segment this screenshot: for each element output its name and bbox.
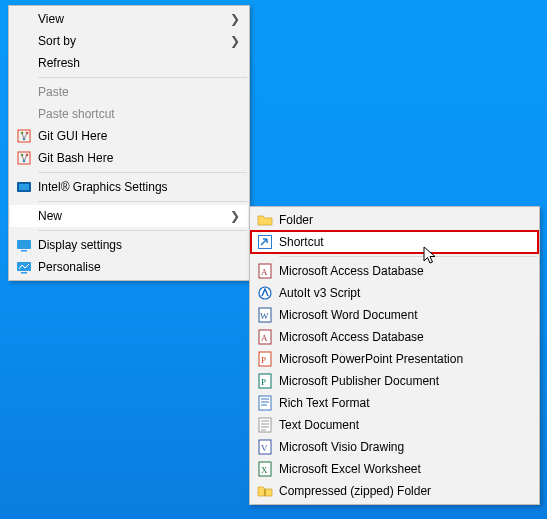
separator — [38, 201, 247, 202]
access-icon: A — [251, 329, 279, 345]
submenu-item-label: Folder — [279, 213, 532, 227]
folder-icon — [251, 212, 279, 228]
menu-item-paste: Paste — [10, 81, 248, 103]
svg-rect-32 — [264, 489, 266, 496]
submenu-item-label: Text Document — [279, 418, 532, 432]
submenu-item-shortcut[interactable]: Shortcut — [251, 231, 538, 253]
separator — [38, 77, 247, 78]
menu-item-new[interactable]: New ❯ — [10, 205, 248, 227]
chevron-right-icon: ❯ — [230, 34, 242, 48]
submenu-item-label: Rich Text Format — [279, 396, 532, 410]
submenu-item-access-db-2[interactable]: A Microsoft Access Database — [251, 326, 538, 348]
desktop[interactable]: View ❯ Sort by ❯ Refresh Paste Paste sho… — [0, 0, 547, 519]
submenu-item-label: Microsoft Access Database — [279, 330, 532, 344]
svg-rect-26 — [259, 396, 271, 410]
word-icon: W — [251, 307, 279, 323]
submenu-item-rtf[interactable]: Rich Text Format — [251, 392, 538, 414]
menu-item-intel-graphics[interactable]: Intel® Graphics Settings — [10, 176, 248, 198]
menu-item-git-gui[interactable]: Git GUI Here — [10, 125, 248, 147]
menu-item-label: Display settings — [38, 238, 242, 252]
menu-item-paste-shortcut: Paste shortcut — [10, 103, 248, 125]
rtf-icon — [251, 395, 279, 411]
svg-text:P: P — [261, 377, 266, 387]
intel-graphics-icon — [10, 179, 38, 195]
menu-item-label: View — [38, 12, 230, 26]
submenu-item-text[interactable]: Text Document — [251, 414, 538, 436]
svg-text:A: A — [261, 267, 268, 277]
submenu-item-label: Microsoft Access Database — [279, 264, 532, 278]
menu-item-sort-by[interactable]: Sort by ❯ — [10, 30, 248, 52]
submenu-item-label: Compressed (zipped) Folder — [279, 484, 532, 498]
text-icon — [251, 417, 279, 433]
submenu-item-word[interactable]: W Microsoft Word Document — [251, 304, 538, 326]
submenu-item-publisher[interactable]: P Microsoft Publisher Document — [251, 370, 538, 392]
shortcut-icon — [251, 234, 279, 250]
separator — [279, 256, 537, 257]
menu-item-refresh[interactable]: Refresh — [10, 52, 248, 74]
menu-item-view[interactable]: View ❯ — [10, 8, 248, 30]
menu-item-label: Intel® Graphics Settings — [38, 180, 242, 194]
svg-rect-13 — [21, 272, 27, 274]
submenu-item-label: Microsoft Word Document — [279, 308, 532, 322]
zip-folder-icon — [251, 483, 279, 499]
submenu-item-folder[interactable]: Folder — [251, 209, 538, 231]
menu-item-label: Sort by — [38, 34, 230, 48]
publisher-icon: P — [251, 373, 279, 389]
menu-item-personalise[interactable]: Personalise — [10, 256, 248, 278]
powerpoint-icon: P — [251, 351, 279, 367]
submenu-item-label: Microsoft PowerPoint Presentation — [279, 352, 532, 366]
chevron-right-icon: ❯ — [230, 12, 242, 26]
submenu-item-label: Microsoft Excel Worksheet — [279, 462, 532, 476]
submenu-item-excel[interactable]: X Microsoft Excel Worksheet — [251, 458, 538, 480]
svg-text:X: X — [261, 465, 268, 475]
submenu-item-powerpoint[interactable]: P Microsoft PowerPoint Presentation — [251, 348, 538, 370]
autoit-icon — [251, 285, 279, 301]
submenu-item-label: Microsoft Visio Drawing — [279, 440, 532, 454]
submenu-new: Folder Shortcut A Microsoft Access Datab… — [249, 206, 540, 505]
svg-text:V: V — [261, 443, 268, 453]
svg-text:P: P — [261, 355, 266, 365]
submenu-item-visio[interactable]: V Microsoft Visio Drawing — [251, 436, 538, 458]
svg-rect-11 — [21, 250, 27, 252]
submenu-item-zip[interactable]: Compressed (zipped) Folder — [251, 480, 538, 502]
submenu-item-label: Microsoft Publisher Document — [279, 374, 532, 388]
submenu-item-label: Shortcut — [279, 235, 532, 249]
menu-item-label: Personalise — [38, 260, 242, 274]
submenu-item-access-db[interactable]: A Microsoft Access Database — [251, 260, 538, 282]
menu-item-label: Git GUI Here — [38, 129, 242, 143]
personalise-icon — [10, 259, 38, 275]
visio-icon: V — [251, 439, 279, 455]
menu-item-git-bash[interactable]: Git Bash Here — [10, 147, 248, 169]
separator — [38, 172, 247, 173]
context-menu: View ❯ Sort by ❯ Refresh Paste Paste sho… — [8, 5, 250, 281]
separator — [38, 230, 247, 231]
excel-icon: X — [251, 461, 279, 477]
svg-text:W: W — [260, 311, 269, 321]
menu-item-label: Git Bash Here — [38, 151, 242, 165]
display-settings-icon — [10, 237, 38, 253]
menu-item-label: Paste — [38, 85, 242, 99]
chevron-right-icon: ❯ — [230, 209, 242, 223]
menu-item-label: Refresh — [38, 56, 242, 70]
access-icon: A — [251, 263, 279, 279]
git-gui-icon — [10, 128, 38, 144]
menu-item-label: Paste shortcut — [38, 107, 242, 121]
menu-item-display-settings[interactable]: Display settings — [10, 234, 248, 256]
svg-rect-10 — [17, 240, 31, 249]
svg-text:A: A — [261, 333, 268, 343]
git-bash-icon — [10, 150, 38, 166]
submenu-item-label: AutoIt v3 Script — [279, 286, 532, 300]
submenu-item-autoit[interactable]: AutoIt v3 Script — [251, 282, 538, 304]
menu-item-label: New — [38, 209, 230, 223]
svg-rect-9 — [19, 184, 29, 190]
